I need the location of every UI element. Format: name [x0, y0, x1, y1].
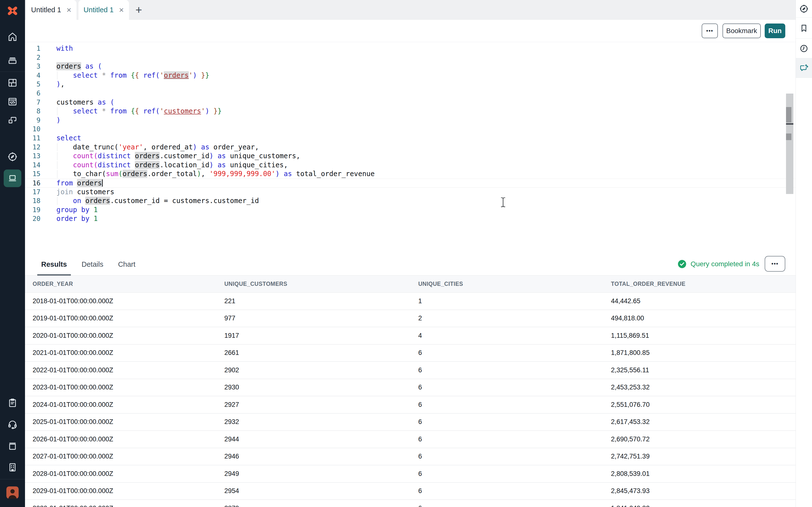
line-number: 12 — [25, 143, 41, 152]
code-line: 11select — [25, 134, 796, 143]
code-text: count(distinct orders.customer_id) as un… — [56, 152, 300, 161]
results-toolbar: Results Details Chart Query completed in… — [25, 252, 796, 276]
table-cell: 2,808,539.01 — [611, 470, 796, 477]
code-text: count(distinct orders.location_id) as un… — [56, 161, 288, 170]
clipboard-icon[interactable] — [7, 397, 18, 408]
table-row: 2020-01-01T00:00:00.000Z191741,115,869.5… — [25, 327, 796, 345]
laptop-icon[interactable] — [4, 169, 21, 187]
table-cell: 2,690,570.72 — [611, 436, 796, 443]
user-avatar[interactable] — [6, 487, 19, 499]
compass-icon[interactable] — [796, 0, 812, 18]
table-cell: 494,818.00 — [611, 315, 796, 322]
dashboard-icon[interactable] — [7, 77, 18, 88]
indent-guide — [57, 71, 57, 79]
code-line: 19group by 1 — [25, 206, 796, 215]
bookmark-button[interactable]: Bookmark — [722, 23, 761, 38]
table-cell: 2930 — [224, 384, 418, 391]
text-caret — [102, 179, 103, 187]
table-cell: 2 — [418, 315, 611, 322]
windows-icon[interactable] — [7, 115, 18, 126]
tab-details[interactable]: Details — [78, 252, 107, 276]
table-cell: 1917 — [224, 332, 418, 339]
sidebar-divider — [0, 71, 25, 72]
query-status: Query completed in 4s — [677, 252, 759, 276]
table-row: 2018-01-01T00:00:00.000Z221144,442.65 — [25, 293, 796, 310]
compass-icon[interactable] — [7, 151, 18, 162]
inbox-stack-icon[interactable] — [7, 55, 18, 65]
indent-guide — [57, 143, 57, 151]
code-line: 17join customers — [25, 188, 796, 197]
table-cell: 1,871,800.85 — [611, 349, 796, 357]
table-cell: 6 — [418, 401, 611, 408]
table-cell: 2022-01-01T00:00:00.000Z — [33, 367, 224, 374]
code-text: group by 1 — [56, 206, 98, 215]
tab-label: Untitled 1 — [31, 6, 61, 14]
code-text: from orders — [56, 179, 103, 187]
sql-editor[interactable]: 1with23orders as (4 select * from {{ ref… — [25, 42, 796, 252]
results-more-button[interactable]: ••• — [765, 256, 785, 272]
code-line: 6 — [25, 89, 796, 98]
code-line: 12 date_trunc('year', ordered_at) as ord… — [25, 143, 796, 152]
table-cell: 2,617,453.32 — [611, 418, 796, 426]
indent-guide — [57, 197, 57, 205]
scrollbar-match-marker — [786, 133, 792, 140]
tab-results[interactable]: Results — [37, 252, 71, 276]
table-cell: 6 — [418, 505, 611, 507]
building-icon[interactable] — [7, 462, 18, 473]
tab-untitled-2[interactable]: Untitled 1 × — [79, 0, 129, 19]
code-window-icon[interactable] — [7, 96, 18, 107]
indent-guide — [57, 170, 57, 178]
code-text: select — [56, 134, 81, 143]
code-text: join customers — [56, 188, 114, 197]
table-cell: 2,742,751.39 — [611, 453, 796, 460]
code-line: 15 to_char(sum(orders.order_total), '999… — [25, 169, 796, 178]
code-line: 9) — [25, 116, 796, 125]
editor-scrollbar[interactable] — [786, 94, 793, 194]
table-cell: 2024-01-01T00:00:00.000Z — [33, 401, 224, 408]
table-cell: 2028-01-01T00:00:00.000Z — [33, 470, 224, 477]
table-cell: 1,115,869.51 — [611, 332, 796, 339]
table-cell: 2944 — [224, 436, 418, 443]
more-options-button[interactable]: ••• — [702, 23, 718, 38]
run-button[interactable]: Run — [765, 23, 785, 38]
book-icon[interactable] — [7, 440, 18, 451]
line-number: 14 — [25, 161, 41, 170]
code-text: customers as ( — [56, 98, 114, 107]
home-icon[interactable] — [7, 31, 18, 42]
history-icon[interactable] — [796, 39, 812, 58]
ai-chat-icon[interactable] — [796, 58, 812, 78]
table-cell: 6 — [418, 487, 611, 495]
table-row: 2026-01-01T00:00:00.000Z294462,690,570.7… — [25, 431, 796, 448]
line-number: 10 — [25, 125, 41, 134]
line-number: 9 — [25, 116, 41, 125]
code-line: 7customers as ( — [25, 98, 796, 107]
table-cell: 2661 — [224, 349, 418, 357]
line-number: 15 — [25, 169, 41, 178]
table-cell: 6 — [418, 418, 611, 426]
close-icon[interactable]: × — [119, 6, 124, 14]
table-row: 2030-01-01T00:00:00.000Z287961,841,049.3… — [25, 500, 796, 507]
scrollbar-thumb[interactable] — [786, 107, 792, 122]
table-cell: 6 — [418, 453, 611, 460]
tab-untitled-1[interactable]: Untitled 1 × — [26, 0, 77, 19]
close-icon[interactable]: × — [66, 6, 71, 14]
code-line: 20order by 1 — [25, 214, 796, 223]
cell-toolbar: ••• Bookmark Run — [25, 19, 796, 42]
new-tab-button[interactable]: + — [133, 4, 145, 16]
line-number: 13 — [25, 152, 41, 161]
table-cell: 977 — [224, 315, 418, 322]
indent-guide — [57, 152, 57, 160]
table-row: 2021-01-01T00:00:00.000Z266161,871,800.8… — [25, 345, 796, 362]
bookmark-icon[interactable] — [796, 18, 812, 39]
line-number: 17 — [25, 188, 41, 197]
headset-icon[interactable] — [7, 419, 18, 430]
table-cell: 6 — [418, 384, 611, 391]
scrollbar-cursor-marker — [786, 123, 793, 125]
table-cell: 2946 — [224, 453, 418, 460]
query-status-text: Query completed in 4s — [691, 260, 759, 268]
code-text: select * from {{ ref('customers') }} — [56, 107, 222, 116]
tab-chart[interactable]: Chart — [114, 252, 139, 276]
indent-guide — [57, 107, 57, 115]
line-number: 6 — [25, 89, 41, 98]
table-cell: 2030-01-01T00:00:00.000Z — [33, 505, 224, 507]
